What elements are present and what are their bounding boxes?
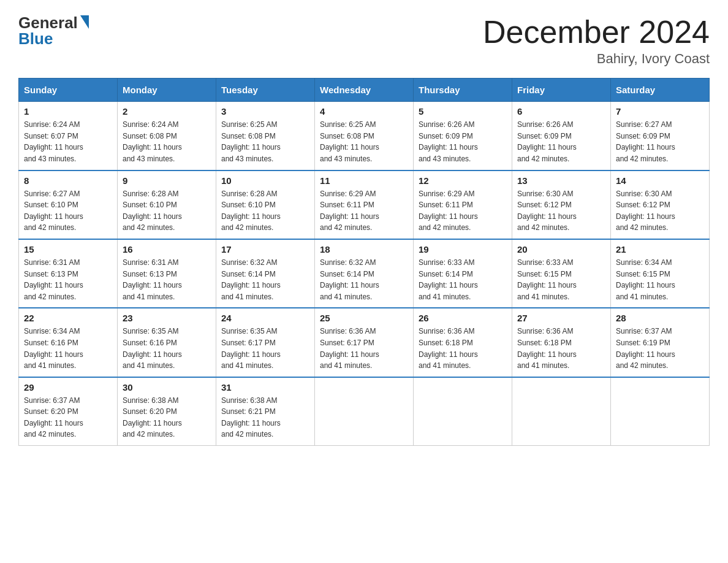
day-info: Sunrise: 6:30 AMSunset: 6:12 PMDaylight:… [517, 188, 605, 234]
calendar-cell: 20Sunrise: 6:33 AMSunset: 6:15 PMDayligh… [512, 239, 611, 308]
calendar-cell: 16Sunrise: 6:31 AMSunset: 6:13 PMDayligh… [118, 239, 216, 308]
day-number: 13 [517, 175, 605, 186]
logo-general: General [18, 15, 78, 31]
day-number: 10 [221, 175, 309, 186]
header-friday: Friday [512, 79, 611, 102]
day-info: Sunrise: 6:28 AMSunset: 6:10 PMDaylight:… [123, 188, 211, 234]
day-number: 25 [320, 313, 408, 323]
day-number: 21 [616, 244, 704, 255]
page-header: General Blue December 2024 Bahiry, Ivory… [18, 15, 710, 67]
day-info: Sunrise: 6:30 AMSunset: 6:12 PMDaylight:… [616, 188, 704, 234]
calendar-cell: 12Sunrise: 6:29 AMSunset: 6:11 PMDayligh… [414, 170, 512, 239]
header-sunday: Sunday [19, 79, 118, 102]
calendar-cell: 24Sunrise: 6:35 AMSunset: 6:17 PMDayligh… [216, 308, 315, 377]
calendar-cell: 6Sunrise: 6:26 AMSunset: 6:09 PMDaylight… [512, 102, 611, 170]
day-number: 5 [419, 106, 507, 117]
day-number: 4 [320, 106, 408, 117]
header-wednesday: Wednesday [315, 79, 414, 102]
calendar-cell: 9Sunrise: 6:28 AMSunset: 6:10 PMDaylight… [118, 170, 216, 239]
day-info: Sunrise: 6:32 AMSunset: 6:14 PMDaylight:… [221, 257, 309, 302]
day-info: Sunrise: 6:33 AMSunset: 6:14 PMDaylight:… [419, 257, 507, 302]
calendar-week-row: 15Sunrise: 6:31 AMSunset: 6:13 PMDayligh… [19, 239, 710, 308]
calendar-cell [512, 377, 611, 446]
day-number: 3 [221, 106, 309, 117]
day-info: Sunrise: 6:34 AMSunset: 6:15 PMDaylight:… [616, 257, 704, 302]
calendar-week-row: 8Sunrise: 6:27 AMSunset: 6:10 PMDaylight… [19, 170, 710, 239]
header-tuesday: Tuesday [216, 79, 315, 102]
calendar-cell: 2Sunrise: 6:24 AMSunset: 6:08 PMDaylight… [118, 102, 216, 170]
calendar-cell: 10Sunrise: 6:28 AMSunset: 6:10 PMDayligh… [216, 170, 315, 239]
calendar-cell [611, 377, 710, 446]
calendar-cell: 7Sunrise: 6:27 AMSunset: 6:09 PMDaylight… [611, 102, 710, 170]
day-info: Sunrise: 6:31 AMSunset: 6:13 PMDaylight:… [123, 257, 211, 302]
logo-blue: Blue [18, 31, 53, 47]
day-info: Sunrise: 6:35 AMSunset: 6:16 PMDaylight:… [123, 326, 211, 371]
header-thursday: Thursday [414, 79, 512, 102]
day-number: 18 [320, 244, 408, 255]
day-number: 19 [419, 244, 507, 255]
calendar-cell: 17Sunrise: 6:32 AMSunset: 6:14 PMDayligh… [216, 239, 315, 308]
day-number: 30 [123, 382, 211, 393]
day-number: 17 [221, 244, 309, 255]
logo: General Blue [18, 15, 89, 47]
day-info: Sunrise: 6:38 AMSunset: 6:20 PMDaylight:… [123, 395, 211, 440]
calendar-cell: 8Sunrise: 6:27 AMSunset: 6:10 PMDaylight… [19, 170, 118, 239]
day-number: 29 [24, 382, 112, 393]
day-number: 24 [221, 313, 309, 323]
calendar-cell: 22Sunrise: 6:34 AMSunset: 6:16 PMDayligh… [19, 308, 118, 377]
day-number: 2 [123, 106, 211, 117]
day-info: Sunrise: 6:25 AMSunset: 6:08 PMDaylight:… [320, 119, 408, 164]
day-number: 1 [24, 106, 112, 117]
calendar-cell: 5Sunrise: 6:26 AMSunset: 6:09 PMDaylight… [414, 102, 512, 170]
day-number: 11 [320, 175, 408, 186]
calendar-week-row: 22Sunrise: 6:34 AMSunset: 6:16 PMDayligh… [19, 308, 710, 377]
day-number: 6 [517, 106, 605, 117]
day-info: Sunrise: 6:27 AMSunset: 6:10 PMDaylight:… [24, 188, 112, 234]
day-info: Sunrise: 6:28 AMSunset: 6:10 PMDaylight:… [221, 188, 309, 234]
day-info: Sunrise: 6:31 AMSunset: 6:13 PMDaylight:… [24, 257, 112, 302]
day-info: Sunrise: 6:32 AMSunset: 6:14 PMDaylight:… [320, 257, 408, 302]
day-info: Sunrise: 6:38 AMSunset: 6:21 PMDaylight:… [221, 395, 309, 440]
day-number: 22 [24, 313, 112, 323]
calendar-cell: 11Sunrise: 6:29 AMSunset: 6:11 PMDayligh… [315, 170, 414, 239]
calendar-cell: 26Sunrise: 6:36 AMSunset: 6:18 PMDayligh… [414, 308, 512, 377]
day-info: Sunrise: 6:36 AMSunset: 6:18 PMDaylight:… [419, 326, 507, 371]
calendar-week-row: 1Sunrise: 6:24 AMSunset: 6:07 PMDaylight… [19, 102, 710, 170]
calendar-cell: 21Sunrise: 6:34 AMSunset: 6:15 PMDayligh… [611, 239, 710, 308]
calendar-table: SundayMondayTuesdayWednesdayThursdayFrid… [18, 78, 710, 446]
day-info: Sunrise: 6:27 AMSunset: 6:09 PMDaylight:… [616, 119, 704, 164]
day-number: 26 [419, 313, 507, 323]
day-info: Sunrise: 6:25 AMSunset: 6:08 PMDaylight:… [221, 119, 309, 164]
day-number: 9 [123, 175, 211, 186]
calendar-cell: 4Sunrise: 6:25 AMSunset: 6:08 PMDaylight… [315, 102, 414, 170]
header-saturday: Saturday [611, 79, 710, 102]
day-number: 7 [616, 106, 704, 117]
day-number: 14 [616, 175, 704, 186]
calendar-cell: 14Sunrise: 6:30 AMSunset: 6:12 PMDayligh… [611, 170, 710, 239]
calendar-cell: 3Sunrise: 6:25 AMSunset: 6:08 PMDaylight… [216, 102, 315, 170]
day-info: Sunrise: 6:24 AMSunset: 6:07 PMDaylight:… [24, 119, 112, 164]
day-number: 20 [517, 244, 605, 255]
calendar-header-row: SundayMondayTuesdayWednesdayThursdayFrid… [19, 79, 710, 102]
day-info: Sunrise: 6:26 AMSunset: 6:09 PMDaylight:… [419, 119, 507, 164]
day-info: Sunrise: 6:33 AMSunset: 6:15 PMDaylight:… [517, 257, 605, 302]
calendar-cell: 23Sunrise: 6:35 AMSunset: 6:16 PMDayligh… [118, 308, 216, 377]
day-info: Sunrise: 6:35 AMSunset: 6:17 PMDaylight:… [221, 326, 309, 371]
calendar-cell: 27Sunrise: 6:36 AMSunset: 6:18 PMDayligh… [512, 308, 611, 377]
day-info: Sunrise: 6:37 AMSunset: 6:19 PMDaylight:… [616, 326, 704, 371]
calendar-cell [315, 377, 414, 446]
calendar-cell: 13Sunrise: 6:30 AMSunset: 6:12 PMDayligh… [512, 170, 611, 239]
day-number: 31 [221, 382, 309, 393]
calendar-cell: 18Sunrise: 6:32 AMSunset: 6:14 PMDayligh… [315, 239, 414, 308]
page-title: December 2024 [483, 15, 710, 50]
day-number: 23 [123, 313, 211, 323]
day-info: Sunrise: 6:37 AMSunset: 6:20 PMDaylight:… [24, 395, 112, 440]
title-block: December 2024 Bahiry, Ivory Coast [483, 15, 710, 67]
day-number: 28 [616, 313, 704, 323]
calendar-cell: 30Sunrise: 6:38 AMSunset: 6:20 PMDayligh… [118, 377, 216, 446]
day-number: 8 [24, 175, 112, 186]
day-number: 27 [517, 313, 605, 323]
day-info: Sunrise: 6:29 AMSunset: 6:11 PMDaylight:… [320, 188, 408, 234]
calendar-cell: 1Sunrise: 6:24 AMSunset: 6:07 PMDaylight… [19, 102, 118, 170]
calendar-week-row: 29Sunrise: 6:37 AMSunset: 6:20 PMDayligh… [19, 377, 710, 446]
